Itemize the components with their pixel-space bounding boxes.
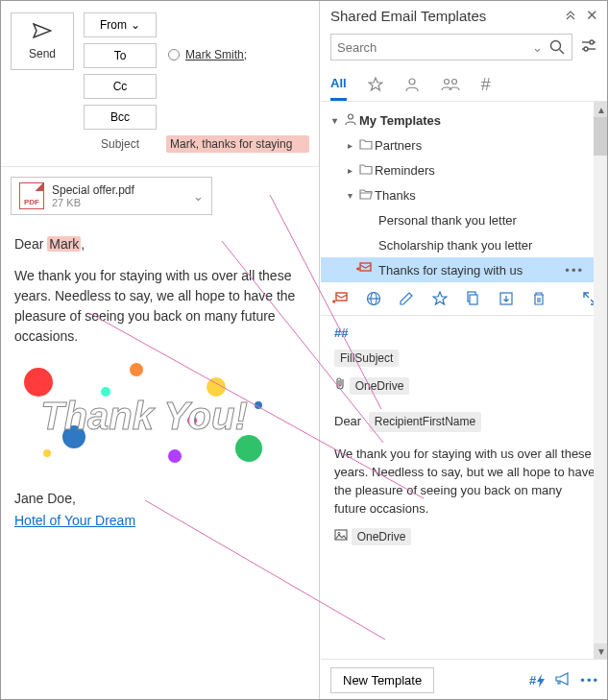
attachment-card[interactable]: PDF Special offer.pdf 27 KB ⌄ (11, 177, 212, 215)
person-icon (342, 112, 359, 129)
send-button[interactable]: Send (11, 12, 74, 70)
attachment-size: 27 KB (52, 197, 185, 208)
tree-label: Partners (375, 138, 592, 153)
attachment-name: Special offer.pdf (52, 183, 134, 197)
tree-thanks[interactable]: ▾ Thanks (321, 182, 608, 207)
subject-field[interactable]: Mark, thanks for staying (166, 135, 309, 153)
scroll-down-icon[interactable]: ▼ (594, 643, 608, 659)
thankyou-text: Thank You! (40, 387, 248, 445)
compose-fields: From ⌄ To Mark Smith; Cc Bcc (84, 12, 309, 158)
scroll-up-icon[interactable]: ▲ (594, 102, 608, 117)
caret-down-icon: ▾ (342, 190, 357, 201)
svg-point-9 (349, 114, 353, 119)
tree-item-thanks-staying[interactable]: Thanks for staying with us ••• (321, 257, 608, 282)
macro-recipientfirstname: RecipientFirstName (369, 412, 481, 432)
tree-label: Thanks (375, 188, 592, 203)
preview-paragraph: We thank you for staying with us over al… (334, 446, 596, 518)
svg-point-7 (444, 80, 449, 84)
tree-my-templates[interactable]: ▾ My Templates (321, 108, 608, 133)
filter-favorites[interactable] (368, 68, 383, 101)
caret-right-icon: ▸ (342, 140, 357, 151)
pane-title: Shared Email Templates (330, 8, 557, 24)
from-button[interactable]: From ⌄ (84, 12, 157, 37)
hash-label: # (529, 673, 536, 688)
svg-point-0 (551, 41, 561, 51)
copy-icon[interactable] (465, 290, 481, 307)
announce-icon[interactable] (555, 672, 571, 688)
more-icon[interactable]: ••• (580, 673, 599, 688)
svg-rect-11 (336, 293, 347, 301)
tree-label: Reminders (375, 163, 592, 178)
pane-titlebar: Shared Email Templates ✕ (321, 1, 608, 30)
greeting-line: Dear Mark, (14, 234, 305, 254)
insert-icon[interactable] (332, 290, 349, 307)
tree-partners[interactable]: ▸ Partners (321, 133, 608, 157)
attachment-info: Special offer.pdf 27 KB (52, 183, 185, 208)
macro-onedrive-image: OneDrive (352, 528, 412, 545)
cc-field[interactable] (166, 84, 309, 89)
filter-tags[interactable]: # (481, 68, 491, 101)
preview-hash: ## (334, 326, 596, 340)
search-box[interactable]: ⌄ (330, 34, 572, 60)
macro-onedrive: OneDrive (350, 377, 410, 395)
recipient-chip[interactable]: Mark Smith; (168, 48, 247, 61)
filter-row: All # (321, 68, 608, 102)
macro-fillsubject: FillSubject (334, 350, 399, 367)
filter-team[interactable] (441, 68, 460, 101)
scrollbar[interactable]: ▲ ▼ (594, 102, 608, 659)
search-icon[interactable] (548, 38, 566, 56)
to-button[interactable]: To (84, 43, 157, 68)
pane-footer: New Template # ••• (321, 659, 608, 700)
from-label: From (100, 18, 127, 32)
message-body[interactable]: Dear Mark, We thank you for staying with… (1, 219, 319, 700)
scroll-thumb[interactable] (594, 117, 608, 156)
preview-greeting: Dear RecipientFirstName (334, 412, 596, 436)
globe-icon[interactable] (366, 290, 382, 307)
filter-all[interactable]: All (330, 68, 347, 101)
svg-point-5 (584, 47, 588, 51)
preview-dear: Dear (334, 414, 361, 428)
body-paragraph: We thank you for staying with us over al… (14, 266, 305, 347)
folder-icon (357, 138, 375, 153)
cc-button[interactable]: Cc (84, 74, 157, 99)
star-icon[interactable] (432, 290, 449, 307)
tree-label: My Templates (359, 113, 592, 128)
recipient-name: Mark Smith; (185, 48, 247, 61)
close-icon[interactable]: ✕ (584, 7, 599, 24)
tree-label: Scholarship thank you letter (378, 238, 592, 253)
folder-open-icon (357, 188, 375, 203)
delete-icon[interactable] (531, 290, 547, 307)
greeting-prefix: Dear (14, 236, 47, 252)
svg-point-8 (451, 80, 456, 84)
import-icon[interactable] (499, 290, 515, 307)
hash-bolt-icon[interactable]: # (529, 673, 546, 688)
settings-icon[interactable] (578, 39, 599, 56)
greeting-name: Mark (47, 236, 81, 252)
template-preview: ## FillSubject OneDrive Dear RecipientFi… (321, 316, 608, 553)
svg-point-3 (590, 40, 594, 44)
bcc-field[interactable] (166, 114, 309, 120)
filter-person[interactable] (404, 68, 420, 101)
search-row: ⌄ (321, 30, 608, 68)
tree-item-personal[interactable]: Personal thank you letter (321, 207, 608, 232)
templates-tree: ▲ ▼ ▾ My Templates ▸ Partners ▸ Reminder… (321, 102, 608, 659)
svg-line-1 (560, 50, 565, 55)
hotel-link[interactable]: Hotel of Your Dream (14, 513, 135, 528)
search-input[interactable] (337, 40, 526, 55)
subject-label: Subject (84, 137, 157, 151)
edit-icon[interactable] (399, 290, 415, 307)
tree-item-scholarship[interactable]: Scholarship thank you letter (321, 232, 608, 257)
templates-pane: Shared Email Templates ✕ ⌄ All # (321, 1, 608, 700)
send-label: Send (29, 47, 56, 60)
chevron-down-icon[interactable]: ⌄ (532, 40, 543, 55)
new-template-button[interactable]: New Template (330, 667, 434, 693)
chevron-down-icon: ⌄ (131, 18, 140, 32)
more-icon[interactable]: ••• (565, 263, 592, 278)
bcc-button[interactable]: Bcc (84, 105, 157, 130)
chevron-down-icon[interactable]: ⌄ (193, 189, 204, 204)
tree-reminders[interactable]: ▸ Reminders (321, 157, 608, 182)
to-field[interactable]: Mark Smith; (166, 45, 309, 66)
tree-label: Thanks for staying with us (378, 263, 565, 278)
from-value[interactable] (166, 22, 309, 28)
popout-icon[interactable] (563, 8, 578, 24)
